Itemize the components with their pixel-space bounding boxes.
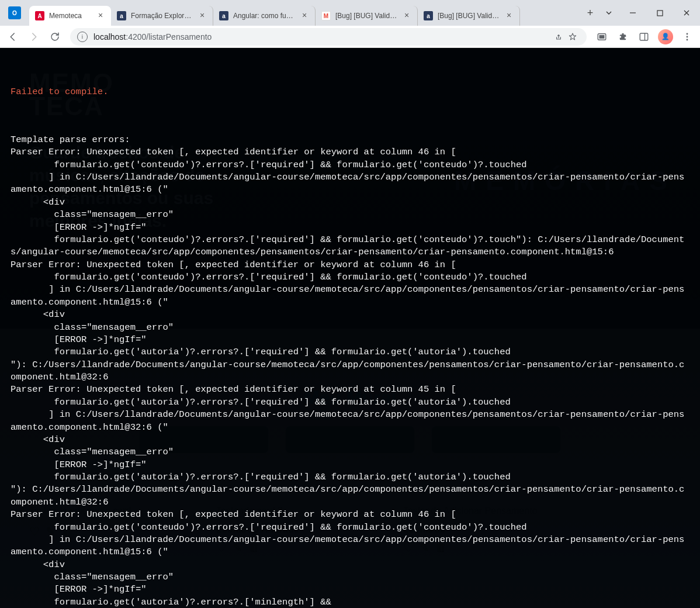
browser-toolbar: i localhost:4200/listarPensamento 👤 <box>0 26 700 48</box>
outlook-icon: O <box>8 6 21 19</box>
tabs-dropdown-button[interactable] <box>598 4 619 22</box>
svg-point-10 <box>687 39 688 40</box>
browser-tab[interactable]: AMemoteca× <box>29 6 111 26</box>
close-window-button[interactable] <box>673 4 700 22</box>
browser-titlebar: O AMemoteca×aFormação Explore o×aAngular… <box>0 0 700 26</box>
tab-title: [Bug] [BUG] Validaçã <box>335 12 398 20</box>
close-tab-icon[interactable]: × <box>96 11 105 20</box>
svg-rect-3 <box>657 11 663 16</box>
profile-avatar[interactable]: 👤 <box>658 29 673 44</box>
share-icon[interactable] <box>552 30 566 44</box>
close-tab-icon[interactable]: × <box>402 11 411 20</box>
reload-button[interactable] <box>46 27 64 46</box>
tab-title: Formação Explore o <box>131 12 194 20</box>
svg-rect-5 <box>599 35 605 39</box>
svg-text:O: O <box>12 10 17 16</box>
site-info-icon[interactable]: i <box>77 32 88 42</box>
url-path: /listarPensamento <box>146 32 212 42</box>
url-host: localhost <box>93 32 126 42</box>
chrome-menu-button[interactable] <box>678 27 696 46</box>
url-port: :4200 <box>126 32 146 42</box>
browser-tabs: AMemoteca×aFormação Explore o×aAngular: … <box>29 0 577 26</box>
forward-button[interactable] <box>25 27 43 46</box>
close-tab-icon[interactable]: × <box>197 11 207 20</box>
svg-point-9 <box>687 36 688 37</box>
page-viewport: MEMO TECA Guarde trechos de músicas, cit… <box>0 48 700 608</box>
extensions-icon[interactable] <box>614 27 632 46</box>
browser-tab[interactable]: M[Bug] [BUG] Validaçã× <box>316 6 418 26</box>
compile-error-overlay[interactable]: Failed to compile. Template parse errors… <box>0 48 700 608</box>
browser-tab[interactable]: aAngular: como funcio× <box>213 6 316 26</box>
browser-tab[interactable]: aFormação Explore o× <box>111 6 213 26</box>
svg-rect-6 <box>640 33 648 40</box>
bookmark-star-icon[interactable] <box>566 30 580 44</box>
tab-title: Memoteca <box>49 12 92 20</box>
install-pwa-icon[interactable] <box>592 27 611 46</box>
browser-tab[interactable]: a[Bug] [BUG] Validaçã× <box>418 6 520 26</box>
window-controls <box>598 0 700 26</box>
maximize-button[interactable] <box>646 4 673 22</box>
tab-title: [Bug] [BUG] Validaçã <box>438 12 501 20</box>
address-bar[interactable]: i localhost:4200/listarPensamento <box>70 28 587 46</box>
error-body: Template parse errors: Parser Error: Une… <box>11 134 689 608</box>
close-tab-icon[interactable]: × <box>300 11 309 20</box>
tab-title: Angular: como funcio <box>233 12 296 20</box>
back-button[interactable] <box>4 27 22 46</box>
minimize-button[interactable] <box>619 4 646 22</box>
taskbar-app-icon: O <box>0 0 29 26</box>
new-tab-button[interactable]: + <box>582 5 598 21</box>
side-panel-icon[interactable] <box>635 27 653 46</box>
error-heading: Failed to compile. <box>11 86 689 98</box>
svg-point-8 <box>687 33 688 34</box>
close-tab-icon[interactable]: × <box>504 11 514 20</box>
